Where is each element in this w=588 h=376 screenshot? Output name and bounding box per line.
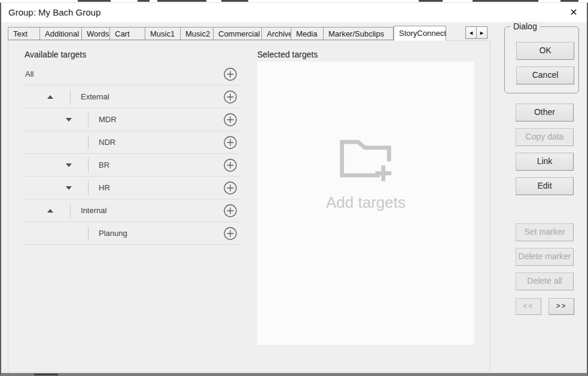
tree-row-label: NDR <box>99 131 115 154</box>
triangle-right-icon: ► <box>479 30 485 36</box>
previous-button: << <box>516 298 541 315</box>
selected-targets-panel: Add targets <box>257 62 474 345</box>
cancel-button[interactable]: Cancel <box>516 66 574 84</box>
available-targets-heading: Available targets <box>25 50 86 59</box>
selected-targets-heading: Selected targets <box>257 50 318 59</box>
tab-music1[interactable]: Music1 <box>145 27 181 40</box>
delete-marker-button: Delete marker <box>516 248 574 266</box>
close-icon[interactable]: ✕ <box>564 4 583 21</box>
tree-row-label: MDR <box>99 108 117 131</box>
tree-row-planung[interactable]: Planung <box>24 222 242 245</box>
collapse-icon[interactable] <box>47 95 53 99</box>
tree-indent-line <box>88 113 89 127</box>
plus-circle-icon[interactable] <box>224 90 237 104</box>
tree-row-label: HR <box>99 177 110 199</box>
tree-row-label: All <box>25 63 33 86</box>
plus-circle-icon[interactable] <box>224 113 237 126</box>
tree-row-ndr[interactable]: NDR <box>24 131 242 154</box>
collapse-icon[interactable] <box>47 209 53 213</box>
tree-indent-line <box>70 90 71 104</box>
copy-data-button: Copy data <box>516 128 574 146</box>
tab-scroll-right-button[interactable]: ► <box>476 26 488 39</box>
expand-icon[interactable] <box>66 118 72 122</box>
tree-row-internal[interactable]: Internal <box>24 199 242 222</box>
tree-row-label: Planung <box>99 222 127 245</box>
link-button[interactable]: Link <box>516 153 574 171</box>
tree-indent-line <box>88 158 89 172</box>
tree-row-label: Internal <box>81 199 106 222</box>
dialog-groupbox-legend: Dialog <box>510 22 540 31</box>
tab-text[interactable]: Text <box>8 27 40 40</box>
tree-indent-line <box>88 181 89 195</box>
available-targets-tree: All External MDR <box>24 63 242 245</box>
empty-state-label: Add targets <box>326 193 406 212</box>
tab-marker-subclips[interactable]: Marker/Subclips <box>324 27 394 40</box>
delete-all-button: Delete all <box>516 272 574 290</box>
group-dialog: Group: My Bach Group ✕ Text Additional W… <box>0 2 588 376</box>
tab-media[interactable]: Media <box>291 27 324 40</box>
plus-circle-icon[interactable] <box>224 204 237 217</box>
tree-row-label: BR <box>99 154 109 177</box>
dialog-title: Group: My Bach Group <box>8 7 100 17</box>
edit-button[interactable]: Edit <box>516 177 574 195</box>
tree-indent-line <box>70 204 71 218</box>
tab-storyconnect[interactable]: StoryConnect <box>394 26 446 41</box>
tab-additional[interactable]: Additional <box>40 27 82 40</box>
dialog-body: Text Additional Words Cart Music1 Music2… <box>1 22 587 373</box>
plus-circle-icon[interactable] <box>224 136 237 149</box>
tree-row-mdr[interactable]: MDR <box>24 108 242 131</box>
tree-row-label: External <box>81 86 109 108</box>
plus-circle-icon[interactable] <box>224 159 237 172</box>
expand-icon[interactable] <box>66 186 72 190</box>
tab-archive[interactable]: Archive <box>262 27 291 40</box>
background-window-fragment-bottom <box>34 374 58 375</box>
next-button[interactable]: >> <box>549 298 574 315</box>
plus-circle-icon[interactable] <box>224 68 237 81</box>
tab-words[interactable]: Words <box>82 27 110 40</box>
triangle-left-icon: ◄ <box>468 30 474 36</box>
set-marker-button: Set marker <box>516 223 574 241</box>
tree-row-hr[interactable]: HR <box>24 177 242 199</box>
tab-music2[interactable]: Music2 <box>181 27 214 40</box>
plus-circle-icon[interactable] <box>224 227 237 240</box>
tree-row-external[interactable]: External <box>24 86 242 108</box>
folder-plus-icon <box>337 135 395 184</box>
title-bar: Group: My Bach Group ✕ <box>1 3 587 22</box>
tree-row-br[interactable]: BR <box>24 154 242 177</box>
tab-scroll-left-button[interactable]: ◄ <box>465 26 477 39</box>
ok-button[interactable]: OK <box>516 42 574 60</box>
tab-strip: Text Additional Words Cart Music1 Music2… <box>8 27 446 41</box>
tree-row-all[interactable]: All <box>24 63 242 86</box>
tree-indent-line <box>88 226 89 241</box>
plus-circle-icon[interactable] <box>224 181 237 195</box>
tab-cart[interactable]: Cart <box>110 27 145 40</box>
other-button[interactable]: Other <box>516 104 574 122</box>
tree-indent-line <box>88 135 89 150</box>
tab-scroll-controls: ◄ ► <box>465 26 488 39</box>
expand-icon[interactable] <box>66 163 72 167</box>
tab-commercial[interactable]: Commercial <box>214 27 262 40</box>
